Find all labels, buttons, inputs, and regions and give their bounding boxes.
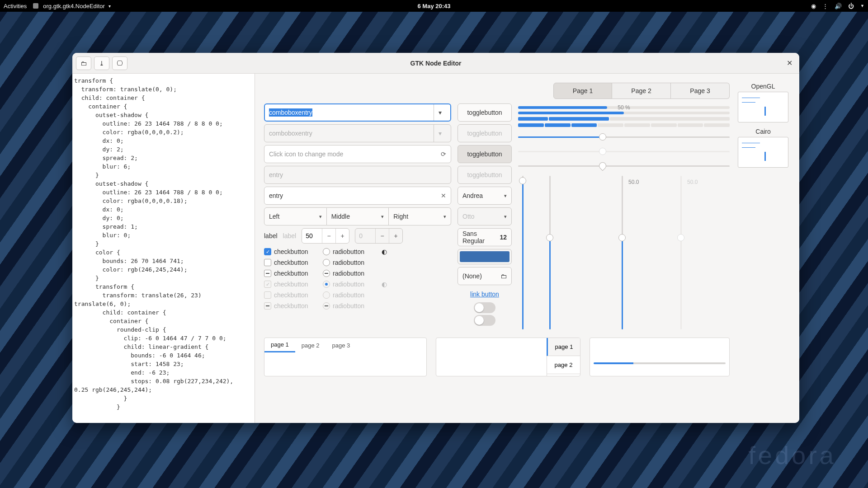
spinner-disabled-icon: ◐ [382, 281, 395, 288]
renderer-opengl-label: OpenGL [736, 83, 790, 90]
togglebutton-active[interactable]: togglebutton [458, 145, 512, 163]
nbb-tab-2[interactable]: page 2 [547, 356, 580, 374]
window-title: GTK Node Editor [410, 60, 462, 67]
renderer-sidebar: OpenGL Cairo [736, 83, 790, 414]
nba-tab-3[interactable]: page 3 [326, 338, 357, 352]
togglebutton-1[interactable]: togglebutton [458, 103, 512, 122]
scale-horizontal-marker[interactable] [518, 161, 730, 170]
tab-page-2[interactable]: Page 2 [612, 83, 671, 99]
fedora-watermark: fedora [748, 441, 836, 470]
scale-horizontal-disabled [518, 147, 730, 156]
renderer-opengl-thumb[interactable] [738, 92, 788, 122]
save-button[interactable]: ⤓ [94, 56, 109, 70]
main-window: 🗀 ⤓ 🖵 GTK Node Editor ✕ transform { tran… [72, 53, 799, 423]
radiobutton-1[interactable]: radiobutton [323, 248, 382, 255]
renderer-cairo-thumb[interactable] [738, 137, 788, 168]
plus-icon: + [389, 229, 402, 243]
folder-open-icon: 🗀 [80, 60, 87, 67]
scale-vertical-disabled: 50.0 [676, 176, 685, 329]
checkbutton-unchecked[interactable]: checkbutton [264, 259, 323, 266]
accessibility-icon[interactable]: ◉ [811, 3, 816, 9]
nbb-tab-1[interactable]: page 1 [547, 338, 580, 356]
levelbar-2 [518, 123, 730, 127]
bottom-notebook-a: page 1 page 2 page 3 [264, 338, 427, 376]
scale-vertical-1[interactable] [518, 176, 527, 329]
comboboxentry-2-disabled: comboboxentry ▾ [264, 124, 451, 142]
seg-left[interactable]: Left▾ [264, 207, 327, 225]
chevron-down-icon[interactable]: ▾ [434, 104, 446, 121]
dropdown-andrea[interactable]: Andrea▾ [458, 187, 512, 205]
label-disabled: label [283, 232, 297, 239]
bottom-notebook-c [590, 338, 730, 376]
icon-mode-entry[interactable]: Click icon to change mode ⟳ [264, 145, 451, 163]
comboboxentry-1[interactable]: comboboxentry ▾ [264, 103, 451, 122]
preview-pane: Page 1 Page 2 Page 3 comboboxentry ▾ com… [255, 74, 799, 423]
nba-tab-1[interactable]: page 1 [264, 338, 295, 352]
checkbutton-checked[interactable]: ✓checkbutton [264, 248, 323, 255]
scale-horizontal-1[interactable] [518, 132, 730, 141]
scale-vertical-2[interactable] [545, 176, 554, 329]
seg-right[interactable]: Right▾ [389, 207, 451, 225]
clock[interactable]: 6 May 20:43 [418, 3, 451, 9]
spinbutton-1[interactable]: 50 − + [302, 228, 349, 244]
switch-1[interactable] [474, 302, 495, 313]
bottom-notebook-b: page 1 page 2 [436, 338, 580, 376]
minus-icon[interactable]: − [322, 229, 335, 243]
chevron-down-icon: ▾ [434, 125, 446, 142]
chevron-down-icon: ▾ [504, 214, 507, 220]
levelbar-1 [518, 117, 730, 121]
color-button[interactable] [458, 249, 512, 264]
radiobutton-disabled-checked: radiobutton [323, 281, 382, 288]
widgets-column-1: comboboxentry ▾ comboboxentry ▾ Click ic… [264, 103, 451, 329]
refresh-icon[interactable]: ⟳ [441, 150, 446, 158]
source-code-pane[interactable]: transform { transform: translate(0, 0); … [72, 74, 255, 423]
switch-2[interactable] [474, 315, 495, 326]
radiobutton-2[interactable]: radiobutton [323, 259, 382, 266]
file-chooser-button[interactable]: (None)🗀 [458, 267, 512, 285]
widgets-column-3: 50 % [518, 103, 730, 329]
seg-middle[interactable]: Middle▾ [327, 207, 389, 225]
volume-icon[interactable]: 🔊 [835, 3, 842, 9]
link-button[interactable]: link button [458, 288, 512, 300]
export-button[interactable]: 🖵 [112, 56, 127, 70]
activities[interactable]: Activities [4, 3, 27, 9]
entry[interactable]: entry ✕ [264, 187, 451, 205]
chevron-down-icon: ▾ [381, 214, 384, 220]
font-button[interactable]: Sans Regular12 [458, 228, 512, 246]
minus-icon: − [375, 229, 389, 243]
chevron-down-icon: ▾ [319, 214, 322, 220]
system-menu-caret-icon[interactable]: ▼ [860, 4, 864, 8]
screen-icon: 🖵 [117, 60, 123, 67]
dropdown-otto-disabled: Otto▾ [458, 207, 512, 225]
checkbutton-mixed[interactable]: checkbutton [264, 270, 323, 277]
close-icon: ✕ [787, 59, 793, 67]
widgets-column-2: togglebutton togglebutton togglebutton t… [458, 103, 512, 329]
clear-icon[interactable]: ✕ [441, 192, 446, 199]
label-static: label [264, 232, 278, 239]
radiobutton-disabled: radiobutton [323, 291, 382, 299]
spinbutton-2-disabled: 0 − + [355, 228, 403, 244]
chevron-down-icon: ▾ [443, 214, 446, 220]
network-icon[interactable]: ⋮ [822, 3, 828, 9]
power-icon[interactable]: ⏻ [848, 3, 854, 9]
radiobutton-disabled-mixed: radiobutton [323, 302, 382, 310]
togglebutton-disabled: togglebutton [458, 124, 512, 142]
app-menu[interactable]: org.gtk.gtk4.NodeEditor [33, 3, 111, 9]
radiobutton-mixed[interactable]: radiobutton [323, 270, 382, 277]
open-button[interactable]: 🗀 [76, 56, 91, 70]
tab-page-3[interactable]: Page 3 [671, 83, 730, 99]
color-swatch [460, 251, 509, 262]
main-notebook-tabs: Page 1 Page 2 Page 3 [264, 83, 730, 99]
spinner-icon: ◐ [382, 248, 395, 255]
renderer-cairo-label: Cairo [736, 128, 790, 135]
checkbutton-disabled-checked: ✓checkbutton [264, 281, 323, 288]
tab-page-1[interactable]: Page 1 [553, 83, 612, 99]
plus-icon[interactable]: + [335, 229, 349, 243]
entry-disabled: entry [264, 166, 451, 184]
close-button[interactable]: ✕ [783, 57, 796, 70]
folder-open-icon: 🗀 [500, 272, 507, 280]
togglebutton-disabled-2: togglebutton [458, 166, 512, 184]
scale-vertical-3[interactable]: 50.0 [618, 176, 627, 329]
segmented-dropdowns: Left▾ Middle▾ Right▾ [264, 207, 451, 225]
nba-tab-2[interactable]: page 2 [295, 338, 326, 352]
